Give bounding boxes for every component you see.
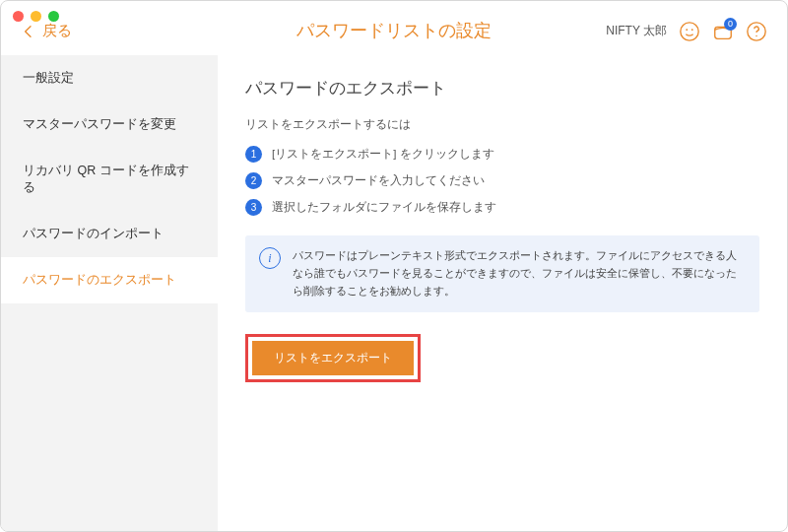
step-number-icon: 1 — [245, 146, 262, 163]
step-text: マスターパスワードを入力してください — [272, 173, 485, 188]
sidebar-item-recovery-qr[interactable]: リカバリ QR コードを作成する — [1, 148, 218, 211]
chevron-left-icon — [21, 24, 36, 39]
header-right: NIFTY 太郎 0 — [606, 21, 767, 42]
svg-point-5 — [755, 34, 756, 35]
content-subheading: リストをエクスポートするには — [245, 117, 759, 132]
sidebar-item-export[interactable]: パスワードのエクスポート — [1, 257, 218, 303]
step-number-icon: 3 — [245, 199, 262, 216]
sidebar-item-general[interactable]: 一般設定 — [1, 55, 218, 101]
export-list-button[interactable]: リストをエクスポート — [252, 341, 414, 375]
header: 戻る パスワードリストの設定 NIFTY 太郎 0 — [1, 1, 787, 55]
info-box: i パスワードはプレーンテキスト形式でエクスポートされます。ファイルにアクセスで… — [245, 235, 759, 312]
content-area: パスワードのエクスポート リストをエクスポートするには 1[リストをエクスポート… — [218, 55, 787, 532]
step-item: 2マスターパスワードを入力してください — [245, 172, 759, 189]
step-item: 3選択したフォルダにファイルを保存します — [245, 199, 759, 216]
sidebar-item-label: パスワードのインポート — [23, 227, 164, 240]
step-number-icon: 2 — [245, 172, 262, 189]
sidebar-item-label: パスワードのエクスポート — [23, 273, 176, 287]
svg-point-0 — [681, 22, 698, 39]
steps-list: 1[リストをエクスポート] をクリックします 2マスターパスワードを入力してくだ… — [245, 146, 759, 216]
svg-point-2 — [691, 29, 693, 31]
sidebar-item-label: マスターパスワードを変更 — [23, 117, 176, 131]
step-text: 選択したフォルダにファイルを保存します — [272, 200, 496, 215]
username-label: NIFTY 太郎 — [606, 23, 667, 39]
profile-icon[interactable] — [679, 21, 700, 42]
body: 一般設定 マスターパスワードを変更 リカバリ QR コードを作成する パスワード… — [1, 55, 787, 532]
highlight-frame: リストをエクスポート — [245, 334, 421, 382]
back-label: 戻る — [42, 22, 72, 40]
maximize-window-icon[interactable] — [48, 11, 59, 22]
svg-point-1 — [686, 29, 688, 31]
wallet-badge: 0 — [724, 18, 737, 31]
wallet-icon[interactable]: 0 — [712, 21, 734, 42]
sidebar-item-change-master[interactable]: マスターパスワードを変更 — [1, 101, 218, 148]
content-heading: パスワードのエクスポート — [245, 77, 759, 100]
sidebar-item-label: 一般設定 — [23, 71, 74, 85]
back-button[interactable]: 戻る — [21, 22, 72, 40]
step-item: 1[リストをエクスポート] をクリックします — [245, 146, 759, 163]
page-title: パスワードリストの設定 — [296, 19, 492, 42]
info-text: パスワードはプレーンテキスト形式でエクスポートされます。ファイルにアクセスできる… — [293, 247, 746, 300]
sidebar-item-label: リカバリ QR コードを作成する — [23, 164, 189, 194]
minimize-window-icon[interactable] — [31, 11, 41, 22]
close-window-icon[interactable] — [13, 11, 24, 22]
sidebar-item-import[interactable]: パスワードのインポート — [1, 211, 218, 257]
sidebar: 一般設定 マスターパスワードを変更 リカバリ QR コードを作成する パスワード… — [1, 55, 218, 532]
help-icon[interactable] — [746, 21, 767, 42]
window-controls — [13, 11, 59, 22]
info-icon: i — [259, 247, 281, 269]
step-text: [リストをエクスポート] をクリックします — [272, 147, 494, 162]
app-window: 戻る パスワードリストの設定 NIFTY 太郎 0 一般設定 マスターパスワード… — [0, 0, 788, 532]
